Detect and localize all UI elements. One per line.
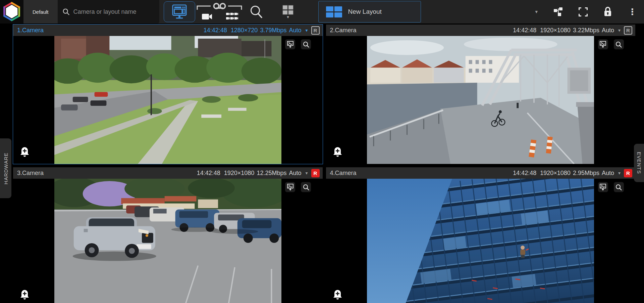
viewport: HARDWARE EVENTS 1.Camera 14:42:48 1280×7… [0,24,644,303]
camera-1-recording-badge[interactable]: R [311,26,320,35]
zoom-magnifier-icon [303,184,309,190]
camera-3-name: 3.Camera [17,170,44,177]
camera-1-scene-park [54,36,281,164]
more-menu-button[interactable]: ⋮ [628,7,637,16]
camera-3-bitrate: 12.25Mbps [257,170,286,177]
camera-4-stats: 14:42:48 1920×1080 2.95Mbps Auto ▾ R [513,169,632,177]
camera-2-header[interactable]: 2.Camera 14:42:48 1920×1080 3.22Mbps Aut… [326,25,636,36]
search-input[interactable] [73,8,155,15]
system-name-button[interactable]: Default [23,0,58,24]
camera-4-header[interactable]: 4.Camera 14:42:48 1920×1080 2.95Mbps Aut… [326,167,636,179]
search-icon [62,8,70,15]
layout-tab-label: New Layout [348,8,382,15]
camera-1-video[interactable] [54,36,281,164]
camera-1-add-event-button[interactable] [20,147,29,158]
camera-4-resolution: 1920×1080 [540,170,571,177]
camera-1-name: 1.Camera [17,27,44,34]
events-panel-tab[interactable]: EVENTS [634,144,644,182]
camera-3-screenshot-button[interactable] [285,182,295,192]
camera-3-scene-parking [54,179,281,303]
camera-3-overlay-tools [285,182,311,192]
camera-3-resolution: 1920×1080 [224,170,255,177]
camera-2-overlay-tools [598,39,624,49]
camera-2-recording-badge[interactable]: R [624,26,632,35]
camera-2-name: 2.Camera [330,27,357,34]
camera-grid-icon [226,12,238,21]
camera-3-time: 14:42:48 [197,170,220,177]
screenshot-download-icon [600,184,606,190]
camera-1-zoom-button[interactable] [301,39,311,49]
lock-button[interactable] [603,7,612,17]
camera-2-body [326,36,636,164]
screenshot-download-icon [287,184,293,190]
tab-new-layout[interactable]: New Layout [318,1,421,23]
camera-4-recording-badge[interactable]: R [624,169,632,177]
zoom-magnifier-icon [615,41,622,48]
camera-3-header[interactable]: 3.Camera 14:42:48 1920×1080 12.25Mbps Au… [13,167,323,179]
resource-tree-button[interactable] [553,7,563,16]
screen-view-button[interactable] [164,1,195,22]
camera-2-quality: Auto [602,27,614,34]
camera-tile-4[interactable]: 4.Camera 14:42:48 1920×1080 2.95Mbps Aut… [326,167,636,303]
hardware-panel-tab[interactable]: HARDWARE [0,138,11,198]
camera-2-stats-caret[interactable]: ▾ [618,28,621,33]
camera-4-body [326,179,636,303]
monitor-layout-icon [172,4,187,19]
bell-plus-icon [333,290,342,300]
camera-2-screenshot-button[interactable] [598,39,608,49]
camera-1-screenshot-button[interactable] [285,39,295,49]
tree-icon [553,7,563,16]
camera-tile-3[interactable]: 3.Camera 14:42:48 1920×1080 12.25Mbps Au… [13,167,323,303]
bell-plus-icon [333,147,342,157]
camera-2-video[interactable] [367,36,594,164]
grid-caret-icon: ▾ [287,16,289,18]
camera-1-header[interactable]: 1.Camera 14:42:48 1280×720 3.79Mbps Auto… [13,25,323,36]
video-camera-icon [202,13,212,20]
camera-4-name: 4.Camera [330,170,357,177]
camera-1-body [13,36,323,164]
camera-3-stats-caret[interactable]: ▾ [305,170,308,176]
layout-grid-selector[interactable]: ▾ [280,5,296,18]
camera-4-add-event-button[interactable] [333,290,342,301]
zoom-magnifier-icon [615,184,622,190]
camera-1-stats: 14:42:48 1280×720 3.79Mbps Auto ▾ R [204,26,320,35]
toolbar-right-controls: ▾ [535,7,637,17]
top-toolbar: Default [0,0,644,24]
camera-3-add-event-button[interactable] [20,290,29,301]
camera-4-screenshot-button[interactable] [598,182,608,192]
camera-4-video[interactable] [367,179,594,303]
layout-tab-grid-icon [326,6,342,17]
camera-4-zoom-button[interactable] [614,182,624,192]
events-panel-label: EVENTS [636,152,642,174]
camera-3-recording-badge[interactable]: R [311,169,320,177]
camera-1-time: 14:42:48 [204,27,227,34]
fullscreen-button[interactable] [579,7,588,16]
camera-2-scene-bridge [367,36,594,164]
camera-1-bitrate: 3.79Mbps [260,27,286,34]
camera-1-quality: Auto [289,27,301,34]
camera-2-add-event-button[interactable] [333,147,342,158]
app-logo[interactable] [0,0,23,24]
tabs-dropdown-caret[interactable]: ▾ [535,9,538,15]
hexagon-logo-icon [2,1,22,23]
global-search [58,0,159,24]
fullscreen-icon [579,7,588,16]
camera-tile-2[interactable]: 2.Camera 14:42:48 1920×1080 3.22Mbps Aut… [326,24,636,164]
camera-1-stats-caret[interactable]: ▾ [305,28,308,33]
camera-2-time: 14:42:48 [513,27,536,34]
advanced-search-button[interactable] [248,4,264,20]
bell-plus-icon [20,290,29,300]
multi-camera-button[interactable] [226,12,238,21]
camera-1-resolution: 1280×720 [231,27,258,34]
grid-2x2-icon [282,5,293,15]
camera-4-stats-caret[interactable]: ▾ [618,170,621,176]
camera-2-zoom-button[interactable] [614,39,624,49]
screenshot-download-icon [287,41,293,48]
camera-3-video[interactable] [54,179,281,303]
camera-3-zoom-button[interactable] [301,182,311,192]
lock-icon [603,7,612,17]
hardware-panel-label: HARDWARE [3,153,9,184]
camera-tile-1[interactable]: 1.Camera 14:42:48 1280×720 3.79Mbps Auto… [13,24,323,164]
single-camera-button[interactable] [202,12,212,21]
camera-4-scene-building [367,179,594,303]
